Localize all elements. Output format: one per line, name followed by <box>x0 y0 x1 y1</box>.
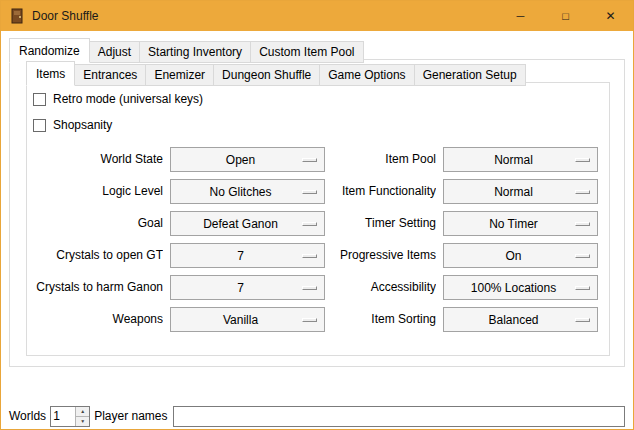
crystals-gt-dropdown[interactable]: 7 <box>170 243 325 268</box>
player-names-label: Player names <box>94 409 167 423</box>
retro-mode-label: Retro mode (universal keys) <box>53 92 203 106</box>
item-functionality-dropdown[interactable]: Normal <box>443 179 598 204</box>
crystals-ganon-dropdown[interactable]: 7 <box>170 275 325 300</box>
tab-game-options[interactable]: Game Options <box>319 64 414 86</box>
crystals-ganon-label: Crystals to harm Ganon <box>33 275 163 300</box>
minimize-button[interactable]: ─ <box>498 1 543 31</box>
dropdown-indicator-icon <box>302 286 317 290</box>
accessibility-label: Accessibility <box>332 275 436 300</box>
item-sorting-value: Balanced <box>488 313 552 327</box>
items-pane: Retro mode (universal keys) Shopsanity W… <box>26 82 610 356</box>
world-state-dropdown[interactable]: Open <box>170 147 325 172</box>
logic-level-dropdown[interactable]: No Glitches <box>170 179 325 204</box>
tab-randomize[interactable]: Randomize <box>9 38 90 63</box>
logic-level-label: Logic Level <box>33 179 163 204</box>
world-state-label: World State <box>33 147 163 172</box>
tab-generation-setup[interactable]: Generation Setup <box>414 64 526 86</box>
checkbox-retro-mode[interactable]: Retro mode (universal keys) <box>33 89 609 109</box>
tab-entrances[interactable]: Entrances <box>74 64 146 86</box>
progressive-items-value: On <box>505 249 535 263</box>
weapons-value: Vanilla <box>223 313 272 327</box>
timer-setting-dropdown[interactable]: No Timer <box>443 211 598 236</box>
timer-setting-label: Timer Setting <box>332 211 436 236</box>
spin-down-icon[interactable]: ▼ <box>76 417 89 426</box>
worlds-row: Worlds ▲ ▼ Player names <box>9 405 625 427</box>
crystals-gt-value: 7 <box>237 249 258 263</box>
dropdown-indicator-icon <box>575 254 590 258</box>
spin-up-icon[interactable]: ▲ <box>76 407 89 417</box>
player-names-input[interactable] <box>173 406 626 427</box>
crystals-gt-label: Crystals to open GT <box>33 243 163 268</box>
item-functionality-label: Item Functionality <box>332 179 436 204</box>
item-functionality-value: Normal <box>494 185 547 199</box>
dropdown-indicator-icon <box>575 158 590 162</box>
tab-starting-inventory[interactable]: Starting Inventory <box>139 41 251 63</box>
retro-mode-checkbox-box[interactable] <box>33 93 46 106</box>
randomize-pane: Items Entrances Enemizer Dungeon Shuffle… <box>9 59 625 367</box>
tab-dungeon-shuffle[interactable]: Dungeon Shuffle <box>213 64 320 86</box>
goal-value: Defeat Ganon <box>203 217 292 231</box>
world-state-value: Open <box>226 153 269 167</box>
dropdown-indicator-icon <box>575 222 590 226</box>
titlebar[interactable]: Door Shuffle ─ □ ✕ <box>1 1 633 31</box>
logic-level-value: No Glitches <box>209 185 285 199</box>
dropdown-indicator-icon <box>302 190 317 194</box>
shopsanity-checkbox-box[interactable] <box>33 119 46 132</box>
checkbox-shopsanity[interactable]: Shopsanity <box>33 115 609 135</box>
item-pool-label: Item Pool <box>332 147 436 172</box>
options-grid: World State Open Item Pool Normal Logic … <box>27 147 609 332</box>
timer-setting-value: No Timer <box>489 217 552 231</box>
item-pool-dropdown[interactable]: Normal <box>443 147 598 172</box>
dropdown-indicator-icon <box>302 158 317 162</box>
worlds-input[interactable] <box>51 407 75 426</box>
dropdown-indicator-icon <box>575 286 590 290</box>
window-controls: ─ □ ✕ <box>498 1 633 31</box>
crystals-ganon-value: 7 <box>237 281 258 295</box>
worlds-label: Worlds <box>9 409 46 423</box>
progressive-items-dropdown[interactable]: On <box>443 243 598 268</box>
window-content: Randomize Adjust Starting Inventory Cust… <box>1 31 633 429</box>
app-icon <box>9 8 25 24</box>
tab-enemizer[interactable]: Enemizer <box>145 64 214 86</box>
dropdown-indicator-icon <box>302 222 317 226</box>
dropdown-indicator-icon <box>302 318 317 322</box>
close-button[interactable]: ✕ <box>588 1 633 31</box>
app-window: Door Shuffle ─ □ ✕ Randomize Adjust Star… <box>0 0 634 430</box>
item-sorting-label: Item Sorting <box>332 307 436 332</box>
tab-items[interactable]: Items <box>26 61 75 86</box>
secondary-tabbar: Items Entrances Enemizer Dungeon Shuffle… <box>26 61 526 86</box>
goal-label: Goal <box>33 211 163 236</box>
window-title: Door Shuffle <box>32 9 99 23</box>
weapons-label: Weapons <box>33 307 163 332</box>
item-pool-value: Normal <box>494 153 547 167</box>
worlds-spin-arrows: ▲ ▼ <box>75 407 89 426</box>
progressive-items-label: Progressive Items <box>332 243 436 268</box>
tab-custom-item-pool[interactable]: Custom Item Pool <box>250 41 363 63</box>
primary-tabbar: Randomize Adjust Starting Inventory Cust… <box>9 38 364 63</box>
accessibility-value: 100% Locations <box>471 281 570 295</box>
goal-dropdown[interactable]: Defeat Ganon <box>170 211 325 236</box>
worlds-spinner[interactable]: ▲ ▼ <box>50 406 90 427</box>
weapons-dropdown[interactable]: Vanilla <box>170 307 325 332</box>
dropdown-indicator-icon <box>302 254 317 258</box>
dropdown-indicator-icon <box>575 318 590 322</box>
item-sorting-dropdown[interactable]: Balanced <box>443 307 598 332</box>
shopsanity-label: Shopsanity <box>53 118 112 132</box>
accessibility-dropdown[interactable]: 100% Locations <box>443 275 598 300</box>
tab-adjust[interactable]: Adjust <box>89 41 140 63</box>
dropdown-indicator-icon <box>575 190 590 194</box>
maximize-button[interactable]: □ <box>543 1 588 31</box>
